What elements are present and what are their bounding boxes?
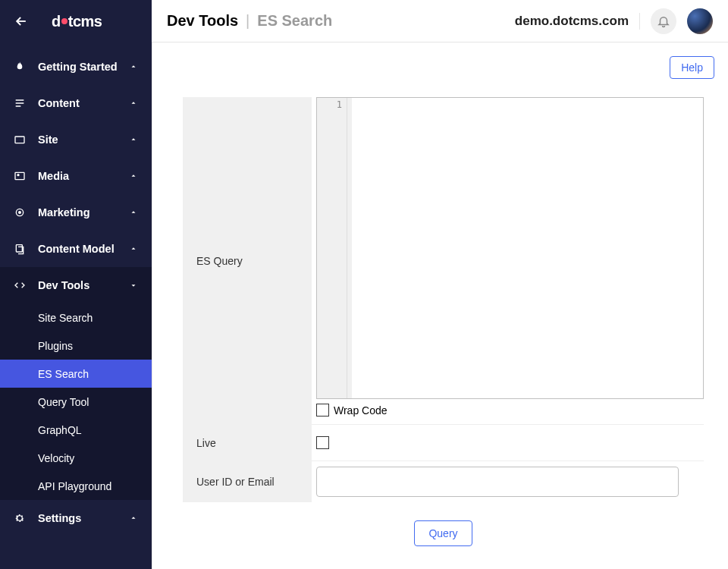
sidebar-item-label: Getting Started [38, 61, 127, 73]
notifications-button[interactable] [651, 8, 676, 34]
avatar[interactable] [687, 8, 713, 34]
chevron-up-icon [127, 512, 140, 524]
topbar: Dev Tools | ES Search demo.dotcms.com [152, 0, 728, 42]
svg-point-2 [17, 174, 19, 176]
sidebar-subitem-api-playground[interactable]: API Playground [0, 472, 152, 500]
sidebar-subitem-site-search[interactable]: Site Search [0, 303, 152, 332]
logo-dot-icon [61, 18, 67, 24]
site-domain[interactable]: demo.dotcms.com [515, 14, 629, 29]
breadcrumb-page: ES Search [257, 12, 332, 30]
dev-tools-submenu: Site SearchPluginsES SearchQuery ToolGra… [0, 303, 152, 500]
chevron-up-icon [127, 243, 140, 255]
wrap-code-label: Wrap Code [334, 404, 388, 417]
sidebar-item-label: Content Model [38, 243, 127, 255]
line-number: 1 [337, 99, 342, 110]
query-button[interactable]: Query [414, 520, 472, 546]
sidebar-subitem-query-tool[interactable]: Query Tool [0, 388, 152, 416]
code-icon [12, 278, 27, 293]
bell-icon [657, 14, 670, 28]
back-button[interactable] [9, 9, 33, 33]
separator [639, 13, 640, 30]
logo-pre: d [52, 13, 61, 30]
sidebar-subitem-plugins[interactable]: Plugins [0, 332, 152, 360]
es-query-label: ES Query [183, 97, 312, 425]
folder-icon [12, 132, 27, 147]
live-label: Live [183, 425, 312, 461]
main: Dev Tools | ES Search demo.dotcms.com He… [152, 0, 728, 569]
form-row-live: Live [183, 425, 704, 461]
target-icon [12, 205, 27, 220]
svg-rect-5 [16, 245, 22, 252]
sidebar-item-marketing[interactable]: Marketing [0, 194, 152, 231]
svg-rect-0 [15, 137, 24, 143]
sidebar-subitem-es-search[interactable]: ES Search [0, 360, 152, 388]
content: Help ES Query 1 Wrap Code [152, 42, 728, 569]
wrap-code-row: Wrap Code [316, 399, 704, 424]
sidebar-item-label: Marketing [38, 206, 127, 218]
es-search-form: ES Query 1 Wrap Code Live [183, 97, 704, 546]
logo-post: tcms [68, 13, 102, 30]
arrow-left-icon [14, 14, 29, 29]
nav: Getting Started Content Site Media Marke [0, 42, 152, 569]
wrap-code-checkbox[interactable] [316, 404, 329, 417]
submit-row: Query [183, 520, 704, 546]
editor-code-area[interactable] [347, 98, 703, 398]
sidebar-item-content-model[interactable]: Content Model [0, 231, 152, 267]
breadcrumb: Dev Tools | ES Search [167, 12, 332, 30]
logo: dtcms [52, 13, 102, 30]
breadcrumb-separator: | [246, 12, 249, 30]
form-row-user: User ID or Email [183, 461, 704, 502]
gear-icon [12, 511, 27, 526]
live-checkbox[interactable] [316, 436, 329, 449]
form-row-es-query: ES Query 1 Wrap Code [183, 97, 704, 425]
chevron-up-icon [127, 97, 140, 109]
sidebar-subitem-velocity[interactable]: Velocity [0, 444, 152, 472]
chevron-up-icon [127, 206, 140, 218]
sidebar: dtcms Getting Started Content Site Med [0, 0, 152, 569]
sidebar-item-getting-started[interactable]: Getting Started [0, 49, 152, 85]
svg-point-4 [19, 212, 21, 214]
help-button[interactable]: Help [670, 56, 714, 79]
sidebar-item-label: Media [38, 170, 127, 182]
stack-icon [12, 241, 27, 256]
chevron-up-icon [127, 61, 140, 73]
topbar-right: demo.dotcms.com [515, 8, 713, 34]
sidebar-item-dev-tools[interactable]: Dev Tools [0, 267, 152, 303]
user-label: User ID or Email [183, 461, 312, 502]
es-query-editor[interactable]: 1 [316, 97, 704, 399]
sidebar-item-label: Content [38, 97, 127, 109]
sidebar-header: dtcms [0, 0, 152, 42]
sidebar-subitem-graphql[interactable]: GraphQL [0, 416, 152, 444]
gallery-icon [12, 168, 27, 184]
sidebar-item-site[interactable]: Site [0, 121, 152, 158]
chevron-down-icon [127, 279, 140, 291]
breadcrumb-section: Dev Tools [167, 12, 238, 30]
svg-rect-1 [15, 172, 24, 179]
sidebar-item-media[interactable]: Media [0, 158, 152, 194]
sidebar-item-settings[interactable]: Settings [0, 500, 152, 536]
sidebar-item-content[interactable]: Content [0, 85, 152, 121]
chevron-up-icon [127, 134, 140, 146]
flame-icon [12, 59, 27, 74]
sidebar-item-label: Site [38, 134, 127, 146]
chevron-up-icon [127, 170, 140, 182]
editor-gutter: 1 [317, 98, 347, 398]
user-input[interactable] [316, 467, 679, 497]
sidebar-item-label: Settings [38, 512, 127, 524]
sidebar-item-label: Dev Tools [38, 279, 127, 291]
lines-icon [12, 96, 27, 111]
